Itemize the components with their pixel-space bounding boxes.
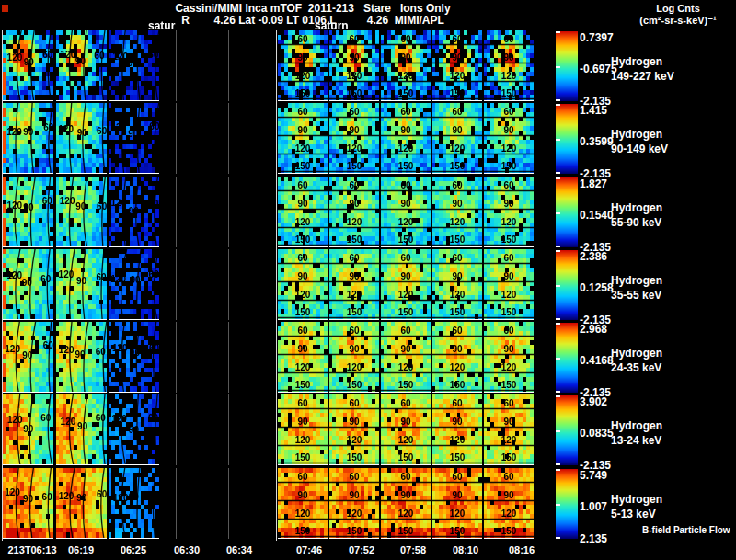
heatmap-panel-r5c5 [214,322,265,393]
heatmap-panel-r7c7 [329,468,379,539]
heatmap-panel-r6c7 [329,394,379,465]
heatmap-panel-r6c2 [56,394,107,465]
heatmap-panel-r1c7 [329,30,379,101]
heatmap-panel-r7c3 [109,468,159,539]
heatmap-panel-r6c10 [484,394,534,465]
heatmap-panel-r7c5 [214,468,265,539]
heatmap-panel-r6c3 [109,394,159,465]
energy-band-label-r4: Hydrogen35-55 keV [611,273,662,303]
heatmap-panel-r2c8 [381,103,431,174]
energy-band-label-r7: Hydrogen5-13 keV [611,492,662,521]
bfield-flow-label: B-field Particle Flow [642,525,730,535]
colorbar-max-label-r1: 0.7397 [580,31,614,44]
colorbar-max-label-r2: 1.415 [580,104,607,117]
heatmap-panel-r4c1 [3,249,53,320]
species-name: Hydrogen [611,200,662,215]
heatmap-panel-r1c5 [214,30,265,101]
heatmap-panel-r7c4 [162,468,213,539]
heatmap-panel-r1c1 [3,30,53,101]
heatmap-panel-r1c3 [109,30,159,101]
species-name: Hydrogen [611,127,668,142]
heatmap-panel-r5c4 [162,322,213,393]
heatmap-panel-r7c2 [56,468,107,539]
colorbar-max-label-r7: 5.749 [580,469,607,482]
heatmap-panel-r3c2 [56,177,107,247]
heatmap-panel-r2c7 [329,103,379,174]
time-tick-label-8: 07:58 [400,544,426,555]
colorbar-r7 [556,469,578,539]
heatmap-panel-r4c10 [484,249,534,320]
heatmap-panel-r5c7 [329,322,379,393]
heatmap-panel-r7c1 [3,468,53,539]
colorbar-max-label-r3: 1.827 [580,177,607,190]
heatmap-panel-r3c1 [3,177,53,247]
heatmap-panel-r3c8 [381,177,431,247]
cassini-mimi-inca-viewer: Cassini/MIMI Inca mTOF 2011-213 Stare Io… [0,0,736,560]
heatmap-panel-r4c8 [381,249,431,320]
energy-range: 55-90 keV [611,215,662,230]
heatmap-panel-r1c10 [484,30,534,101]
heatmap-panel-r5c9 [432,322,482,393]
heatmap-panel-r3c9 [432,177,482,247]
heatmap-panel-r5c3 [109,322,159,393]
energy-band-label-r3: Hydrogen55-90 keV [611,200,662,230]
saturn-marker-left: satur [148,19,175,32]
colorbar-mid-label-r7: 1.007 [580,500,607,513]
heatmap-panel-r6c8 [381,394,431,465]
colorbar-units-label: Log Cnts (cm²-sr-s-keV)⁻¹ [622,3,734,27]
colorbar-max-label-r6: 3.902 [580,395,607,408]
time-tick-label-5: 06:34 [226,544,252,555]
time-tick-label-4: 06:30 [174,544,200,555]
heatmap-panel-r2c6 [278,103,328,174]
colorbar-r5 [556,323,578,393]
heatmap-panel-r3c6 [278,177,328,247]
time-tick-label-1: 213T06:13 [7,544,56,555]
time-tick-label-10: 08:16 [509,544,535,555]
colorbar-r2 [556,104,578,174]
species-name: Hydrogen [611,273,662,288]
heatmap-panel-r1c2 [56,30,107,101]
heatmap-panel-r7c9 [432,468,482,539]
heatmap-panel-r2c5 [214,103,265,174]
energy-band-label-r5: Hydrogen24-35 keV [611,346,662,375]
heatmap-panel-r6c5 [214,394,265,465]
colorbar-r6 [556,395,578,465]
heatmap-panel-r1c9 [432,30,482,101]
heatmap-panel-r5c8 [381,322,431,393]
time-tick-label-2: 06:19 [68,544,94,555]
colorbar-r4 [556,250,578,320]
time-tick-label-7: 07:52 [349,544,374,555]
heatmap-panel-r7c6 [278,468,328,539]
heatmap-panel-r5c6 [278,322,328,393]
heatmap-panel-r5c1 [3,322,53,393]
time-tick-label-9: 08:10 [453,544,478,555]
species-name: Hydrogen [611,418,662,433]
heatmap-panel-r7c10 [484,468,534,539]
heatmap-panel-r4c7 [329,249,379,320]
heatmap-panel-r2c10 [484,103,534,174]
energy-range: 90-149 keV [611,142,668,156]
heatmap-panel-r4c5 [214,249,265,320]
colorbar-units-line1: Log Cnts [622,3,734,15]
page-title: Cassini/MIMI Inca mTOF 2011-213 Stare Io… [97,2,529,15]
heatmap-panel-r4c3 [109,249,159,320]
energy-range: 13-24 keV [611,433,662,448]
heatmap-panel-r4c9 [432,249,482,320]
colorbar-mid-label-r4: 0.1258 [580,281,614,294]
species-name: Hydrogen [611,346,662,360]
heatmap-panel-r2c1 [3,103,53,174]
y-axis-line-right-group [276,30,277,541]
energy-range: 149-227 keV [611,69,674,84]
heatmap-panel-r6c9 [432,394,482,465]
heatmap-panel-r5c10 [484,322,534,393]
energy-range: 5-13 keV [611,507,662,521]
energy-range: 24-35 keV [611,360,662,375]
heatmap-panel-r3c7 [329,177,379,247]
species-name: Hydrogen [611,54,674,69]
heatmap-panel-r7c8 [381,468,431,539]
colorbar-mid-label-r6: 0.0835 [580,427,614,440]
heatmap-panel-r2c4 [162,103,213,174]
corner-marker [2,5,8,12]
heatmap-panel-r6c4 [162,394,213,465]
heatmap-panel-r1c8 [381,30,431,101]
